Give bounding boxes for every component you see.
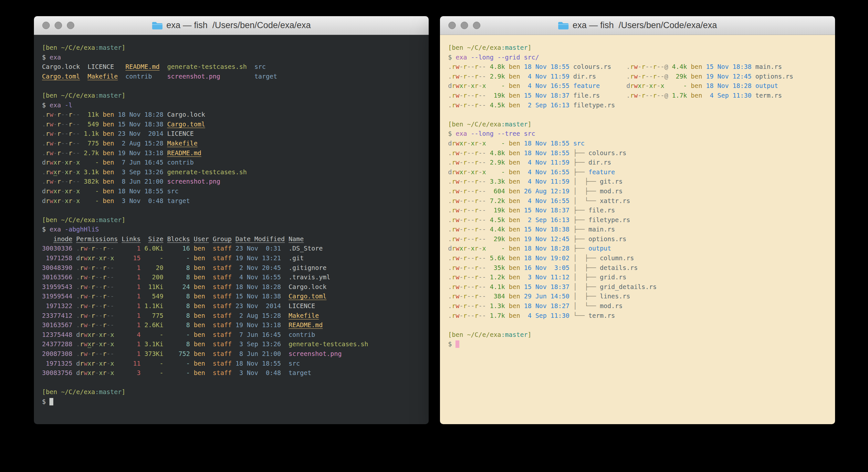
terminal-output[interactable]: [ben ~/C/e/exa:master]$ exaCargo.lock LI…	[42, 43, 429, 407]
traffic-lights	[42, 16, 74, 35]
terminal-line: .rwxr-xr-x 3.1k ben 3 Sep 13:26 generate…	[42, 168, 429, 177]
terminal-line: .rw-r--r-- 4.8k ben 18 Nov 18:55 ├── col…	[448, 148, 835, 158]
titlebar[interactable]: exa — fish /Users/ben/Code/exa/exa	[34, 16, 429, 35]
terminal-line: .rw-r--r-- 4.5k ben 2 Sep 16:13 ├── file…	[448, 215, 835, 225]
terminal-line: [ben ~/C/e/exa:master]	[42, 91, 429, 100]
terminal-line: Cargo.toml Makefile contrib screenshot.p…	[42, 72, 429, 82]
terminal-line: .rw-r--r-- 19k ben 15 Nov 18:37 file.rs …	[448, 91, 835, 100]
terminal-line: .rw-r--r-- 4.8k ben 18 Nov 18:55 colours…	[448, 62, 835, 72]
terminal-line: drwxr-xr-x - ben 4 Nov 16:55 ├── feature	[448, 168, 835, 177]
terminal-line: .rw-r--r-- 382k ben 8 Jun 21:00 screensh…	[42, 177, 429, 186]
desktop: { "palette": { "dark": { "background": "…	[0, 0, 868, 472]
close-button[interactable]	[448, 22, 456, 29]
terminal-line: [ben ~/C/e/exa:master]	[448, 330, 835, 340]
close-button[interactable]	[42, 22, 50, 29]
terminal-line: .rw-r--r-- 35k ben 16 Nov 3:05 │ ├── det…	[448, 263, 835, 273]
terminal-line: $ exa --long --grid src/	[448, 53, 835, 62]
terminal-line: [ben ~/C/e/exa:master]	[42, 387, 429, 397]
terminal-line: $	[42, 397, 429, 407]
terminal-line: .rw-r--r-- 7.2k ben 4 Nov 16:55 │ └── xa…	[448, 196, 835, 206]
terminal-line: drwxr-xr-x - ben 18 Nov 18:28 ├── output	[448, 244, 835, 254]
terminal-line: .rw-r--r-- 604 ben 26 Aug 12:19 │ ├── mo…	[448, 186, 835, 196]
terminal-line: .rw-r--r-- 11k ben 18 Nov 18:28 Cargo.lo…	[42, 110, 429, 120]
terminal-line: 1971258 drwxr-xr-x 15 - - ben staff 19 N…	[42, 254, 429, 263]
terminal-line: .rw-r--r-- 4.4k ben 15 Nov 18:38 ├── mai…	[448, 225, 835, 234]
terminal-line: .rw-r--r-- 5.6k ben 18 Nov 19:02 │ ├── c…	[448, 254, 835, 263]
folder-icon	[152, 21, 163, 30]
terminal-line: 30163566 .rw-r--r-- 1 200 8 ben staff 4 …	[42, 272, 429, 282]
traffic-lights	[448, 16, 480, 35]
terminal-line: .rw-r--r-- 1.2k ben 3 Nov 11:12 │ ├── gr…	[448, 272, 835, 282]
terminal-line: .rw-r--r-- 19k ben 15 Nov 18:37 ├── file…	[448, 206, 835, 215]
cursor	[456, 341, 459, 348]
terminal-line: [ben ~/C/e/exa:master]	[42, 215, 429, 225]
terminal-line: 23377412 .rw-r--r-- 1 775 8 ben staff 2 …	[42, 311, 429, 321]
terminal-line: 1971325 drwxr-xr-x 11 - - ben staff 18 N…	[42, 359, 429, 368]
terminal-line: drwxr-xr-x - ben 4 Nov 16:55 feature drw…	[448, 81, 835, 91]
terminal-line: 31959543 .rw-r--r-- 1 11Ki 24 ben staff …	[42, 282, 429, 292]
minimize-button[interactable]	[461, 22, 468, 29]
terminal-window-dark: exa — fish /Users/ben/Code/exa/exa [ben …	[34, 16, 429, 424]
terminal-line: drwxr-xr-x - ben 7 Jun 16:45 contrib	[42, 158, 429, 168]
terminal-line: drwxr-xr-x - ben 3 Nov 0:48 target	[42, 196, 429, 206]
terminal-line: .rw-r--r-- 384 ben 29 Jun 14:50 │ ├── li…	[448, 292, 835, 301]
terminal-line: 1971322 .rw-r--r-- 1 1.1Ki 8 ben staff 2…	[42, 301, 429, 311]
terminal-line: 24377288 .rwxr-xr-x 1 3.1Ki 8 ben staff …	[42, 340, 429, 349]
terminal-line: inode Permissions Links Size Blocks User…	[42, 234, 429, 244]
window-title: exa — fish /Users/ben/Code/exa/exa	[166, 20, 311, 30]
terminal-line: 30030336 .rw-r--r-- 1 6.0Ki 16 ben staff…	[42, 244, 429, 254]
terminal-line: .rw-r--r-- 549 ben 15 Nov 18:38 Cargo.to…	[42, 120, 429, 129]
zoom-button[interactable]	[473, 22, 480, 29]
terminal-line: 20087308 .rw-r--r-- 1 373Ki 752 ben staf…	[42, 349, 429, 359]
terminal-line: 31959544 .rw-r--r-- 1 549 8 ben staff 15…	[42, 292, 429, 301]
terminal-line: drwxr-xr-x - ben 18 Nov 18:55 src	[42, 186, 429, 196]
terminal-line: 30083756 drwxr-xr-x 3 - - ben staff 3 No…	[42, 368, 429, 378]
terminal-line: Cargo.lock LICENCE README.md generate-te…	[42, 62, 429, 72]
terminal-line: $ exa --long --tree src	[448, 129, 835, 139]
terminal-line: drwxr-xr-x - ben 18 Nov 18:55 src	[448, 139, 835, 148]
zoom-button[interactable]	[67, 22, 74, 29]
terminal-line: .rw-r--r-- 775 ben 2 Aug 15:28 Makefile	[42, 139, 429, 148]
terminal-line: $ exa -abghHliS	[42, 225, 429, 234]
terminal-line: .rw-r--r-- 2.7k ben 19 Nov 13:18 README.…	[42, 148, 429, 158]
terminal-line: .rw-r--r-- 2.9k ben 4 Nov 11:59 ├── dir.…	[448, 158, 835, 168]
terminal-line: 12375448 drwxr-xr-x 4 - - ben staff 7 Ju…	[42, 330, 429, 340]
terminal-line	[42, 206, 429, 215]
terminal-line: .rw-r--r-- 1.1k ben 23 Nov 2014 LICENCE	[42, 129, 429, 139]
terminal-line: .rw-r--r-- 4.5k ben 2 Sep 16:13 filetype…	[448, 100, 835, 110]
folder-icon	[558, 21, 569, 30]
terminal-line: $	[448, 340, 835, 349]
window-title: exa — fish /Users/ben/Code/exa/exa	[572, 20, 717, 30]
terminal-line: [ben ~/C/e/exa:master]	[42, 43, 429, 53]
terminal-line: [ben ~/C/e/exa:master]	[448, 43, 835, 53]
terminal-output[interactable]: [ben ~/C/e/exa:master]$ exa --long --gri…	[448, 43, 835, 349]
terminal-line	[42, 378, 429, 388]
terminal-line: .rw-r--r-- 1.3k ben 18 Nov 18:27 │ └── m…	[448, 301, 835, 311]
cursor	[50, 398, 53, 405]
titlebar[interactable]: exa — fish /Users/ben/Code/exa/exa	[440, 16, 835, 35]
terminal-window-light: exa — fish /Users/ben/Code/exa/exa [ben …	[440, 16, 835, 424]
terminal-line	[448, 320, 835, 330]
terminal-line: [ben ~/C/e/exa:master]	[448, 120, 835, 129]
terminal-line	[448, 110, 835, 120]
terminal-line: .rw-r--r-- 3.3k ben 4 Nov 11:59 │ ├── gi…	[448, 177, 835, 186]
terminal-line: .rw-r--r-- 2.9k ben 4 Nov 11:59 dir.rs .…	[448, 72, 835, 82]
terminal-line: 30163567 .rw-r--r-- 1 2.6Ki 8 ben staff …	[42, 320, 429, 330]
terminal-line: .rw-r--r-- 29k ben 19 Nov 12:45 ├── opti…	[448, 234, 835, 244]
terminal-line: $ exa	[42, 53, 429, 62]
terminal-line	[42, 81, 429, 91]
minimize-button[interactable]	[55, 22, 62, 29]
terminal-line: $ exa -l	[42, 100, 429, 110]
terminal-line: .rw-r--r-- 1.7k ben 4 Sep 11:30 └── term…	[448, 311, 835, 321]
terminal-line: 30048390 .rw-r--r-- 1 20 8 ben staff 2 N…	[42, 263, 429, 273]
terminal-line: .rw-r--r-- 4.1k ben 15 Nov 18:37 │ ├── g…	[448, 282, 835, 292]
